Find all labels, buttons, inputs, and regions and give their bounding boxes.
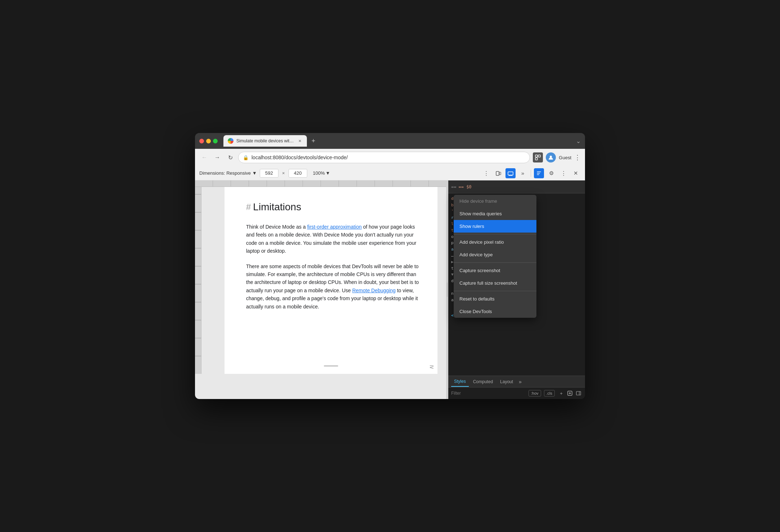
tab-title: Simulate mobile devices with D [236,138,294,143]
menu-divider-3 [454,291,536,291]
url-text: localhost:8080/docs/devtools/device-mode… [251,155,525,160]
more-tabs-button[interactable]: » [519,379,522,385]
dimension-separator: × [282,170,285,176]
device-toolbar-button[interactable] [493,168,503,178]
resize-handle[interactable]: ⋜ [429,363,434,370]
close-window-button[interactable] [199,139,204,143]
dimensions-dropdown[interactable]: Dimensions: Responsive ▼ [199,170,257,176]
menu-item-add-device-type[interactable]: Add device type [454,248,536,261]
devtools-toggle-button[interactable] [533,152,543,162]
tab-styles[interactable]: Styles [451,377,469,387]
devtools-more-button[interactable]: ⋮ [558,168,568,178]
svg-rect-4 [496,171,499,175]
device-viewport: # Limitations Think of Device Mode as a … [195,180,446,399]
styles-filter-bar: :hov .cls + [448,387,585,399]
zoom-value: 100% [313,170,325,176]
first-order-link[interactable]: first-order approximation [307,224,362,230]
more-panels-button[interactable]: » [518,168,528,178]
browser-menu-button[interactable]: ⋮ [574,153,581,161]
page-content: # Limitations Think of Device Mode as a … [225,187,437,374]
chrome-favicon-icon [228,138,233,144]
hov-filter-button[interactable]: :hov [529,390,541,396]
active-tab[interactable]: Simulate mobile devices with D ✕ [223,135,307,147]
close-tab-button[interactable]: ✕ [297,138,303,144]
menu-item-capture-full-screenshot[interactable]: Capture full size screenshot [454,277,536,289]
styles-filter-input[interactable] [451,391,526,396]
close-devtools-button[interactable]: ✕ [571,168,581,178]
main-content-area: # Limitations Think of Device Mode as a … [195,180,585,399]
menu-divider-1 [454,234,536,234]
width-input[interactable] [260,169,278,178]
page-heading: # Limitations [246,201,423,213]
minimize-window-button[interactable] [206,139,211,143]
svg-rect-8 [576,391,581,395]
new-tab-button[interactable]: + [308,136,318,146]
tab-layout[interactable]: Layout [497,377,516,387]
omnibox-right: Guest ⋮ [533,152,581,162]
maximize-window-button[interactable] [213,139,218,143]
paragraph-1: Think of Device Mode as a first-order ap… [246,223,423,255]
device-mode-actions: ⋮ » ⚙ ⋮ ✕ [481,168,581,178]
cls-filter-button[interactable]: .cls [544,390,555,396]
browser-window: Simulate mobile devices with D ✕ + ⌄ ← →… [195,133,585,399]
menu-item-hide-device-frame[interactable]: Hide device frame [454,195,536,207]
viewport-content: # Limitations Think of Device Mode as a … [195,187,446,374]
svg-rect-6 [508,172,513,175]
traffic-lights [199,139,218,143]
back-button[interactable]: ← [199,152,209,162]
security-icon: 🔒 [243,155,249,160]
reload-button[interactable]: ↻ [225,152,235,162]
zoom-dropdown-arrow: ▼ [326,170,330,176]
svg-rect-1 [538,155,540,157]
zoom-selector[interactable]: 100% ▼ [313,170,330,176]
toggle-sidebar-button[interactable] [575,390,582,397]
more-options-button[interactable]: ⋮ [481,168,491,178]
elements-panel-button[interactable] [534,168,544,178]
svg-rect-0 [535,155,538,157]
omnibox-bar: ← → ↻ 🔒 localhost:8080/docs/devtools/dev… [195,149,585,166]
styles-panel: Styles Computed Layout » :hov .cls + [448,376,585,399]
settings-button[interactable]: ⚙ [546,168,556,178]
divider-visual [447,283,448,297]
heading-text: Limitations [253,201,301,213]
menu-item-show-rulers[interactable]: Show rulers [454,220,536,233]
remote-debugging-link[interactable]: Remote Debugging [352,288,396,293]
device-mode-toolbar: Dimensions: Responsive ▼ × 100% ▼ ⋮ [195,166,585,180]
responsive-view-button[interactable] [505,168,516,178]
para1-text-before-link: Think of Device Mode as a [246,224,307,230]
add-style-button[interactable]: + [558,390,565,397]
window-menu-button[interactable]: ⌄ [576,138,581,145]
tab-computed[interactable]: Computed [470,377,496,387]
svg-rect-5 [499,172,501,175]
profile-avatar[interactable] [546,152,556,162]
menu-item-add-device-pixel-ratio[interactable]: Add device pixel ratio [454,236,536,248]
filter-action-icons: + [558,390,582,397]
menu-divider-2 [454,262,536,263]
toolbar-divider [531,170,531,177]
height-input[interactable] [289,169,307,178]
title-bar: Simulate mobile devices with D ✕ + ⌄ [195,133,585,149]
dimensions-dropdown-arrow: ▼ [252,170,257,176]
context-menu: Hide device frame Show media queries Sho… [454,195,536,318]
inspect-value: == $0 [458,184,471,189]
element-state-button[interactable] [566,390,573,397]
vertical-ruler [195,187,201,374]
title-bar-right: ⌄ [576,138,581,145]
svg-rect-2 [535,158,538,160]
address-bar[interactable]: 🔒 localhost:8080/docs/devtools/device-mo… [238,152,530,163]
tab-bar: Simulate mobile devices with D ✕ + [223,135,573,147]
menu-item-reset-defaults[interactable]: Reset to defaults [454,293,536,305]
menu-item-capture-screenshot[interactable]: Capture screenshot [454,264,536,277]
dimensions-label-text: Dimensions: Responsive [199,170,251,176]
bottom-tabs-bar: Styles Computed Layout » [448,376,585,387]
dom-breadcrumb-bar: == == $0 [448,180,585,193]
inspect-equals: == [451,184,456,189]
paragraph-2: There are some aspects of mobile devices… [246,262,423,311]
scroll-indicator [324,365,338,367]
heading-hash: # [246,202,251,212]
menu-item-close-devtools[interactable]: Close DevTools [454,305,536,318]
menu-item-show-media-queries[interactable]: Show media queries [454,207,536,220]
profile-label[interactable]: Guest [559,155,571,160]
forward-button[interactable]: → [212,152,222,162]
horizontal-ruler [195,180,446,187]
